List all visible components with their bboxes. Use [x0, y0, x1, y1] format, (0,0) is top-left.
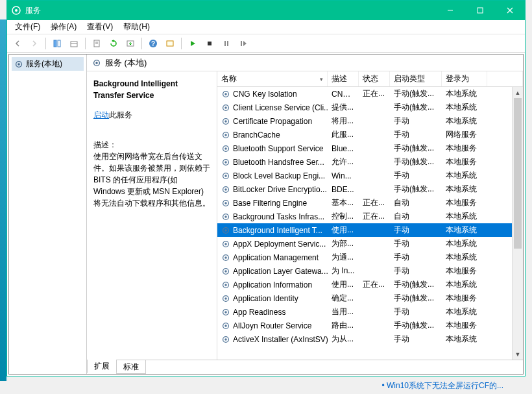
gear-icon [221, 144, 230, 153]
maximize-button[interactable] [465, 1, 495, 20]
forward-button[interactable] [27, 36, 42, 51]
service-state-cell [359, 188, 390, 191]
tab-extended[interactable]: 扩展 [87, 360, 117, 373]
service-row[interactable]: Background Tasks Infras...控制...正在...自动本地… [217, 210, 512, 223]
menu-view[interactable]: 查看(V) [82, 20, 118, 34]
scroll-thumb[interactable] [514, 98, 522, 249]
service-row[interactable]: AppX Deployment Servic...为部...手动本地系统 [217, 237, 512, 251]
service-logon-cell: 本地服务 [442, 319, 487, 332]
vertical-scrollbar[interactable]: ▲ ▼ [512, 87, 523, 360]
service-state-cell [359, 229, 390, 232]
scroll-up-icon[interactable]: ▲ [513, 87, 523, 98]
service-name-cell: Certificate Propagation [233, 117, 312, 126]
menu-file[interactable]: 文件(F) [10, 20, 45, 34]
service-name-cell: Bluetooth Handsfree Ser... [233, 158, 324, 167]
help-button[interactable]: ? [145, 36, 161, 51]
gear-icon [221, 90, 230, 99]
service-logon-cell: 本地系统 [442, 87, 487, 101]
service-name-cell: CNG Key Isolation [233, 90, 297, 99]
back-button[interactable] [10, 36, 25, 51]
service-row[interactable]: Application Identity确定...手动(触发...本地服务 [217, 291, 512, 305]
service-row[interactable]: Client License Service (Cli...提供...手动(触发… [217, 101, 512, 114]
service-desc-cell: 为从... [328, 332, 359, 346]
service-row[interactable]: CNG Key IsolationCNG...正在...手动(触发...本地系统 [217, 87, 512, 101]
services-list: 名称▾ 描述 状态 启动类型 登录为 CNG Key IsolationCNG.… [217, 71, 523, 360]
service-name-cell: Base Filtering Engine [233, 199, 307, 208]
service-desc-cell: 当用... [328, 305, 359, 319]
refresh-button[interactable] [106, 36, 121, 51]
service-name-cell: Bluetooth Support Service [233, 144, 323, 153]
service-row[interactable]: ActiveX Installer (AxInstSV)为从...手动本地系统 [217, 332, 512, 346]
service-row[interactable]: Application Information使用...正在...手动(触发..… [217, 278, 512, 291]
svg-point-46 [224, 229, 227, 232]
service-row[interactable]: Certificate Propagation将用...手动本地系统 [217, 114, 512, 128]
svg-point-62 [224, 338, 227, 341]
service-name-cell: Application Information [233, 280, 312, 289]
service-row[interactable]: Block Level Backup Engi...Win...手动本地系统 [217, 169, 512, 182]
svg-rect-6 [54, 40, 56, 47]
start-service-button[interactable] [185, 36, 200, 51]
col-header-state[interactable]: 状态 [359, 71, 390, 86]
service-startup-cell: 手动 [390, 305, 442, 319]
app-icon [11, 5, 21, 16]
service-desc-cell: 使用... [328, 278, 359, 291]
menu-help[interactable]: 帮助(H) [118, 20, 155, 34]
service-row[interactable]: Bluetooth Support ServiceBlue...手动(触发...… [217, 142, 512, 155]
svg-rect-19 [227, 41, 228, 46]
gear-icon [221, 199, 230, 208]
service-row[interactable]: Base Filtering Engine基本...正在...自动本地服务 [217, 196, 512, 210]
col-header-desc[interactable]: 描述 [328, 71, 359, 86]
service-startup-cell: 手动(触发... [390, 319, 442, 332]
list-body[interactable]: CNG Key IsolationCNG...正在...手动(触发...本地系统… [217, 87, 512, 360]
pause-service-button[interactable] [219, 36, 234, 51]
gear-icon [221, 130, 230, 140]
export-button[interactable] [66, 36, 82, 51]
close-button[interactable] [495, 1, 525, 20]
service-name-cell: Application Layer Gatewa... [233, 267, 328, 276]
service-row[interactable]: Application Management为通...手动本地系统 [217, 251, 512, 264]
service-desc-cell: 为 In... [328, 264, 359, 278]
col-header-startup[interactable]: 启动类型 [390, 71, 442, 86]
start-service-link[interactable]: 启动 [93, 110, 109, 119]
scroll-down-icon[interactable]: ▼ [513, 349, 523, 360]
service-desc-cell: 基本... [328, 196, 359, 210]
service-row[interactable]: AllJoyn Router Service路由...手动(触发...本地服务 [217, 319, 512, 332]
col-header-name[interactable]: 名称▾ [217, 71, 328, 86]
service-startup-cell: 手动(触发... [390, 142, 442, 155]
gear-icon [221, 294, 230, 303]
service-row[interactable]: Background Intelligent T...使用...手动本地系统 [217, 223, 512, 237]
tree-node-services-local[interactable]: 服务(本地) [12, 57, 84, 71]
service-logon-cell: 网络服务 [442, 128, 487, 142]
stop-service-button[interactable] [202, 36, 217, 51]
service-desc-cell: 将用... [328, 114, 359, 128]
service-row[interactable]: BitLocker Drive Encryptio...BDE...手动(触发.… [217, 182, 512, 196]
col-header-logon[interactable]: 登录为 [442, 71, 487, 86]
show-hide-tree-button[interactable] [49, 36, 65, 51]
svg-point-32 [224, 134, 227, 136]
service-name-cell: Client License Service (Cli... [233, 103, 328, 112]
gear-icon [221, 280, 230, 289]
minimize-button[interactable] [435, 1, 465, 20]
service-row[interactable]: Bluetooth Handsfree Ser...允许...手动(触发...本… [217, 155, 512, 169]
service-state-cell: 正在... [359, 278, 390, 291]
service-row[interactable]: App Readiness当用...手动本地系统 [217, 305, 512, 319]
titlebar: 服务 [7, 1, 525, 20]
toolbar-extra-button[interactable] [162, 36, 178, 51]
gear-icon [221, 335, 230, 344]
service-state-cell: 正在... [359, 87, 390, 101]
gear-icon [14, 60, 23, 69]
service-startup-cell: 手动(触发... [390, 87, 442, 101]
service-state-cell [359, 270, 390, 273]
properties-button[interactable] [89, 36, 104, 51]
service-desc-cell: CNG... [328, 88, 359, 100]
menu-action[interactable]: 操作(A) [45, 20, 82, 34]
tab-standard[interactable]: 标准 [116, 360, 146, 374]
service-row[interactable]: BranchCache此服...手动网络服务 [217, 128, 512, 142]
service-state-cell [359, 256, 390, 259]
service-logon-cell: 本地系统 [442, 251, 487, 264]
footer-article-link[interactable]: Win10系统下无法全屏运行CF的... [379, 378, 506, 394]
service-row[interactable]: Application Layer Gatewa...为 In...手动本地服务 [217, 264, 512, 278]
restart-service-button[interactable] [236, 36, 251, 51]
list-header: 名称▾ 描述 状态 启动类型 登录为 [217, 71, 523, 87]
export-list-button[interactable] [123, 36, 138, 51]
